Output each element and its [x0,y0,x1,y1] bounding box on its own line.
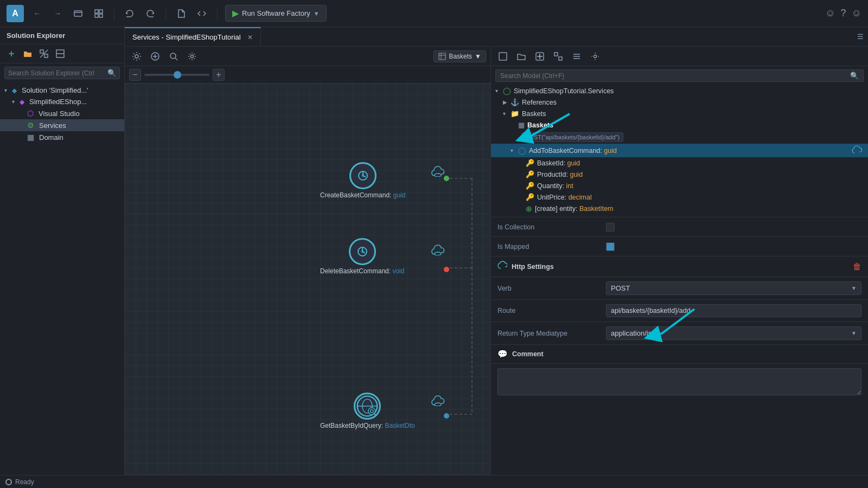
svg-point-26 [361,174,365,177]
model-btn-3[interactable] [532,49,547,64]
svg-rect-38 [499,53,507,60]
diag-add-btn[interactable] [148,49,163,64]
mt-icon-qty: 🔑 [526,182,534,190]
undo-button[interactable] [122,6,137,21]
mt-references[interactable]: ▶ ⚓ References [491,97,868,108]
se-search-box[interactable]: 🔍 [4,67,120,79]
model-search[interactable]: 🔍 [495,69,864,82]
properties-panel: Is Collection Is Mapped [491,217,868,475]
run-chevron: ▼ [314,10,320,17]
mt-productid[interactable]: ▾ 🔑 ProductId: guid [491,169,868,180]
prop-label-collection: Is Collection [497,223,606,231]
node-create-label: CreateBasketCommand: guid [320,191,405,199]
prop-return-type: Return Type Mediatype application/json ▼ [491,322,868,345]
prop-value-route: api/baskets/{basketId}/add [606,304,861,317]
zoom-thumb [174,71,181,79]
node-delete[interactable]: DeleteBasketCommand: void [320,238,404,275]
mt-label-refs: References [522,99,557,106]
se-item-visualstudio[interactable]: ▾ ⬡ Visual Studio [0,107,124,119]
help-icon[interactable]: ? [841,8,846,19]
comment-textarea[interactable] [497,368,861,395]
checkbox-mapped[interactable] [606,242,615,251]
tab-services[interactable]: Services - SimplifiedEShopTutorial ✕ [125,27,261,46]
toolbar-right: ☺ ? ☺ [825,8,861,19]
http-settings-delete[interactable]: 🗑 [853,262,861,272]
se-item-solution[interactable]: ▾ ◆ Solution 'Simplified...' [0,85,124,96]
dot-blue-getbasket [444,413,449,419]
diag-gear-btn[interactable] [184,49,200,64]
mt-label-baskets-node: Baskets [527,121,553,129]
se-add-button[interactable]: + [4,47,18,61]
route-input[interactable]: api/baskets/{basketId}/add [606,304,861,317]
forward-button[interactable]: → [50,6,65,21]
emoji-icon[interactable]: ☺ [825,8,835,19]
mt-icon-basketid: 🔑 [526,159,534,167]
model-btn-gear[interactable] [588,49,603,64]
se-search-input[interactable] [8,69,107,77]
tab-end: ☰ [853,27,868,46]
mt-addbasket[interactable]: ▾ ◯ AddToBasketCommand: guid [491,144,868,157]
node-getbasket-label: GetBasketByIdQuery: BasketDto [320,422,415,429]
mt-label-qty: Quantity: int [537,182,573,190]
mt-basketid[interactable]: ▾ 🔑 BasketId: guid [491,157,868,169]
svg-line-15 [175,58,177,60]
se-folder-button[interactable] [21,47,35,61]
se-item-domain[interactable]: ▾ ▦ Domain [0,131,124,143]
se-expand-button[interactable] [37,47,51,61]
code-button[interactable] [194,6,209,21]
svg-point-29 [361,250,364,253]
se-label-solution: Solution 'Simplified...' [22,86,88,94]
diag-settings-btn[interactable] [129,49,144,64]
svg-rect-43 [559,57,562,60]
zoom-slider[interactable] [144,74,209,76]
mt-create-entity[interactable]: ▾ ⊕ [create] entity: BasketItem [491,203,868,215]
zoom-out-button[interactable]: − [129,69,141,81]
solution-explorer: Solution Explorer + 🔍 ▾ ◆ Solution [0,27,125,475]
mt-quantity[interactable]: ▾ 🔑 Quantity: int [491,180,868,191]
tab-close[interactable]: ✕ [247,34,253,41]
file-button[interactable] [174,6,189,21]
prop-value-verb: POST ▼ [606,281,861,295]
se-item-project[interactable]: ▾ ◆ SimplifiedEShop... [0,96,124,107]
verb-select[interactable]: POST ▼ [606,281,861,295]
se-item-services[interactable]: ▾ ⚙ Services [0,119,124,131]
mt-icon-refs: ⚓ [510,98,519,106]
model-btn-1[interactable] [495,49,510,64]
content-area: Services - SimplifiedEShopTutorial ✕ ☰ [125,27,868,475]
back-button[interactable]: ← [29,6,44,21]
model-btn-4[interactable] [551,49,566,64]
se-layout-button[interactable] [53,47,67,61]
user-icon[interactable]: ☺ [852,8,861,19]
separator-3 [217,7,218,20]
open-button[interactable] [71,6,86,21]
mt-chevron-addbasket: ▾ [510,147,518,153]
model-btn-2[interactable] [514,49,529,64]
svg-rect-6 [44,54,48,57]
prop-verb: Verb POST ▼ [491,277,868,300]
tab-list-button[interactable]: ☰ [857,33,864,41]
mt-baskets-folder[interactable]: ▾ 📁 Baskets [491,108,868,119]
svg-line-7 [40,50,48,57]
return-type-select[interactable]: application/json ▼ [606,326,861,340]
svg-rect-4 [99,14,103,17]
redo-button[interactable] [143,6,158,21]
run-button[interactable]: ▶ Run Software Factory ▼ [225,5,327,22]
mt-label-price: UnitPrice: decimal [537,194,592,201]
grid-button[interactable] [91,6,106,21]
mt-root[interactable]: ▾ ◯ SimplifiedEShopTutorial.Services [491,85,868,97]
mt-unitprice[interactable]: ▾ 🔑 UnitPrice: decimal [491,191,868,203]
top-toolbar: A ← → ▶ Run Software Factory ▼ ☺ ? ☺ [0,0,868,27]
main-layout: Solution Explorer + 🔍 ▾ ◆ Solution [0,27,868,475]
model-btn-5[interactable] [569,49,584,64]
baskets-dropdown[interactable]: Baskets ▼ [433,50,486,62]
app-logo: A [7,5,24,22]
diag-search-btn[interactable] [166,49,181,64]
checkbox-collection[interactable] [606,223,615,232]
mt-baskets-node[interactable]: ▾ ▦ Baskets [491,119,868,131]
node-create[interactable]: CreateBasketCommand: guid [320,162,405,199]
se-label-project: SimplifiedEShop... [29,98,87,106]
model-search-input[interactable] [500,72,850,80]
diagram-canvas[interactable]: CreateBasketCommand: guid [125,84,490,475]
zoom-in-button[interactable]: + [213,69,225,81]
node-getbasket[interactable]: GetBasketByIdQuery: BasketDto [320,393,415,429]
